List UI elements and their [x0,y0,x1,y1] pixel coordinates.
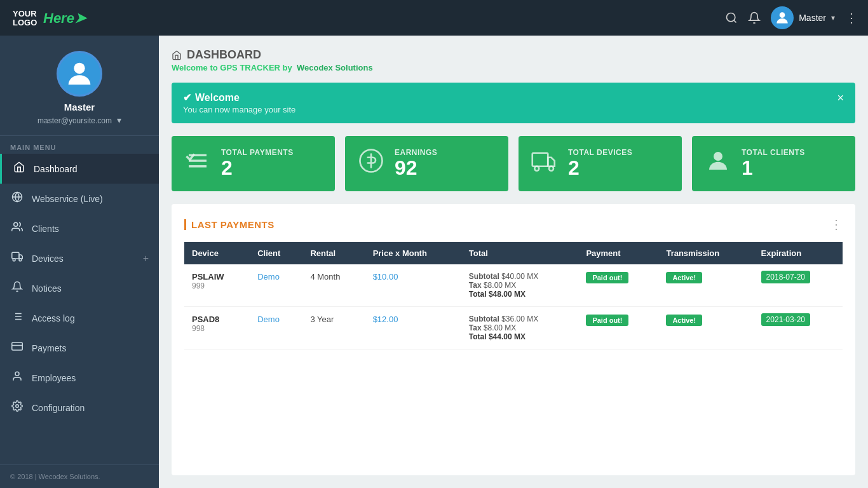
device-id: 999 [192,281,242,290]
transmission-badge: Active! [666,315,702,326]
access-log-icon [10,311,24,325]
col-transmission: Transmission [658,242,753,264]
svg-text:LOGO: LOGO [13,18,37,27]
sidebar-user-dropdown[interactable]: ▾ [117,115,121,125]
devices-add-icon[interactable]: + [143,253,149,264]
device-id: 998 [192,324,242,333]
sidebar-email: master@yoursite.com [37,116,112,125]
col-payment: Payment [578,242,658,264]
sidebar: Master master@yoursite.com ▾ MAIN MENU D… [0,36,159,488]
sidebar-section-label: MAIN MENU [0,136,159,154]
svg-point-22 [15,372,19,376]
svg-point-23 [16,405,19,408]
sidebar-item-configuration[interactable]: Configuration [0,393,159,423]
svg-point-3 [727,13,735,22]
subtotal-value: Subtotal $40.00 MX [469,272,571,281]
payments-icon [10,341,24,355]
subtotal-value: Subtotal $36.00 MX [469,315,571,323]
webservice-icon [10,191,24,206]
employees-icon [10,370,24,385]
price-value[interactable]: $12.00 [373,315,398,324]
sidebar-item-notices[interactable]: Notices [0,273,159,303]
sidebar-item-devices[interactable]: Devices + [0,243,159,273]
device-name: PSLAIW [192,272,242,281]
sidebar-item-dashboard[interactable]: Dashboard [0,154,159,184]
svg-point-12 [13,259,15,261]
total-devices-value: 2 [568,157,632,179]
user-dropdown-arrow[interactable]: ▾ [831,13,835,22]
stat-card-earnings: EARNINGS 92 [345,136,508,191]
svg-rect-25 [532,153,548,166]
sidebar-item-employees[interactable]: Employees [0,363,159,393]
col-total: Total [461,242,579,264]
col-device: Device [184,242,250,264]
sidebar-label-notices: Notices [32,283,62,294]
earnings-stat-icon [358,147,384,180]
sidebar-item-clients[interactable]: Clients [0,214,159,243]
user-area-top[interactable]: Master ▾ [771,6,835,29]
client-link[interactable]: Demo [257,272,280,281]
expiration-date: 2018-07-20 [761,271,810,283]
svg-text:Here➤: Here➤ [43,10,88,26]
svg-rect-10 [12,252,19,259]
nav-icons: Master ▾ ⋮ [725,6,858,29]
transmission-badge: Active! [666,272,702,283]
sidebar-label-dashboard: Dashboard [34,164,78,174]
svg-point-6 [74,63,85,74]
sidebar-item-payments[interactable]: Paymets [0,333,159,363]
client-link[interactable]: Demo [257,315,280,324]
price-value[interactable]: $10.00 [373,272,398,281]
sidebar-label-configuration: Configuration [32,403,85,413]
total-value: Total $44.00 MX [469,332,571,341]
sidebar-label-webservice: Webservice (Live) [32,194,103,204]
last-payments-card: LAST PAYMENTS ⋮ Device Client Rental Pri… [172,204,855,475]
total-clients-value: 1 [742,157,805,179]
breadcrumb-sub-text: Welcome to GPS TRACKER by [172,63,292,72]
main-layout: Master master@yoursite.com ▾ MAIN MENU D… [0,36,868,488]
sidebar-item-access-log[interactable]: Access log [0,303,159,333]
svg-text:YOUR: YOUR [13,9,37,18]
table-row: PSAD8 998 Demo 3 Year $12.00 Subtotal $3… [184,307,843,349]
table-row: PSLAIW 999 Demo 4 Month $10.00 Subtotal … [184,264,843,307]
total-clients-label: TOTAL CLIENTS [742,148,805,157]
clients-stat-icon [705,147,731,180]
sidebar-avatar [57,51,102,97]
welcome-check-icon: ✔ [183,92,191,104]
total-payments-value: 2 [221,157,294,179]
sidebar-item-webservice[interactable]: Webservice (Live) [0,184,159,214]
svg-point-26 [534,166,539,171]
sidebar-label-payments: Paymets [32,343,66,353]
sidebar-footer: © 2018 | Wecodex Solutions. [0,464,159,488]
col-expiration: Expiration [754,242,843,264]
tax-value: Tax $8.00 MX [469,281,571,290]
sidebar-label-devices: Devices [32,254,64,264]
logo-area: YOUR LOGO Here➤ [10,5,99,30]
table-card-header: LAST PAYMENTS ⋮ [184,217,843,232]
home-icon [12,161,26,176]
sidebar-username: Master [64,102,95,112]
svg-point-5 [780,12,785,18]
table-more-button[interactable]: ⋮ [830,217,843,232]
breadcrumb: DASHBOARD Welcome to GPS TRACKER by Weco… [172,48,855,72]
total-value: Total $48.00 MX [469,290,571,299]
payments-stat-icon [184,147,211,180]
col-rental: Rental [302,242,365,264]
earnings-value: 92 [395,157,437,179]
notifications-button[interactable] [748,11,761,24]
sidebar-user: Master master@yoursite.com ▾ [0,36,159,136]
top-navbar: YOUR LOGO Here➤ Master ▾ ⋮ [0,0,868,36]
payment-badge: Paid out! [586,315,628,326]
more-options-button[interactable]: ⋮ [845,10,858,25]
sidebar-label-access-log: Access log [32,313,75,323]
logo-svg: YOUR LOGO Here➤ [10,5,99,30]
devices-stat-icon [531,147,558,180]
welcome-banner: ✔ Welcome You can now manage your site × [172,83,855,123]
configuration-icon [10,400,24,415]
top-user-avatar [771,6,794,29]
earnings-label: EARNINGS [395,148,437,157]
breadcrumb-home-icon [172,50,182,60]
clients-icon [10,221,24,236]
welcome-close-button[interactable]: × [837,92,844,105]
sidebar-label-employees: Employees [32,373,76,383]
search-button[interactable] [725,11,738,24]
